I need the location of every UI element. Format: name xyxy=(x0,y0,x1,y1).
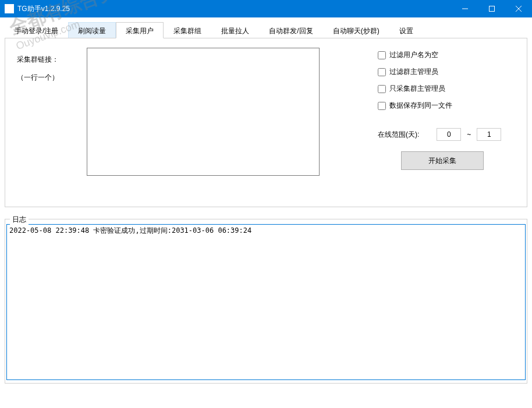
log-fieldset: 日志 xyxy=(5,219,527,384)
range-separator: ~ xyxy=(467,130,471,139)
tab-collect-users[interactable]: 采集用户 xyxy=(116,22,164,38)
minimize-button[interactable] xyxy=(452,0,478,17)
checkbox-filter-empty-username[interactable] xyxy=(378,51,386,59)
tab-manual-login[interactable]: 手动登录/注册 xyxy=(5,22,68,38)
checkbox-label: 只采集群主管理员 xyxy=(389,84,445,94)
close-button[interactable] xyxy=(505,0,532,17)
tab-read-count[interactable]: 刷阅读量 xyxy=(68,22,116,38)
tab-auto-send[interactable]: 自动群发/回复 xyxy=(259,22,322,38)
tab-bar: 手动登录/注册 刷阅读量 采集用户 采集群组 批量拉人 自动群发/回复 自动聊天… xyxy=(5,22,527,38)
checkbox-label: 数据保存到同一文件 xyxy=(389,101,452,111)
log-title: 日志 xyxy=(10,215,29,225)
group-links-input[interactable] xyxy=(87,48,320,176)
log-output[interactable] xyxy=(6,224,526,380)
checkbox-label: 过滤用户名为空 xyxy=(389,50,438,60)
checkbox-only-admin[interactable] xyxy=(378,85,386,93)
tab-auto-chat[interactable]: 自动聊天(炒群) xyxy=(323,22,389,38)
tab-collect-groups[interactable]: 采集群组 xyxy=(164,22,211,38)
link-hint: （一行一个） xyxy=(17,73,87,83)
tab-settings[interactable]: 设置 xyxy=(389,22,423,38)
checkbox-filter-admin[interactable] xyxy=(378,68,386,76)
link-label: 采集群链接： xyxy=(17,55,87,65)
window-title: TG助手v1.2.9.25 xyxy=(17,4,452,14)
app-icon xyxy=(5,4,14,13)
titlebar: TG助手v1.2.9.25 xyxy=(0,0,532,17)
maximize-button[interactable] xyxy=(478,0,505,17)
range-from-input[interactable] xyxy=(437,128,461,141)
tab-batch-invite[interactable]: 批量拉人 xyxy=(211,22,259,38)
range-to-input[interactable] xyxy=(477,128,501,141)
svg-rect-1 xyxy=(490,6,495,12)
tab-panel: 采集群链接： （一行一个） 过滤用户名为空 过滤群主管理员 只采集群主管理员 xyxy=(5,38,527,207)
range-label: 在线范围(天): xyxy=(378,130,419,140)
checkbox-save-same-file[interactable] xyxy=(378,102,386,110)
checkbox-label: 过滤群主管理员 xyxy=(389,67,438,77)
start-collect-button[interactable]: 开始采集 xyxy=(401,151,484,170)
